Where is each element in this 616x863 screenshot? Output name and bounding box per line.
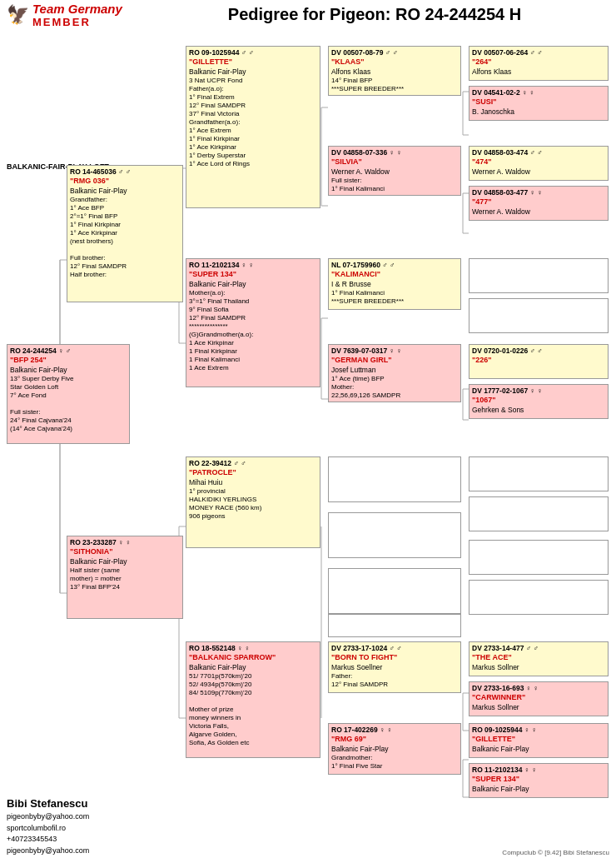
- ffm-card: DV 04858-07-336 ♀ "SILVIA" Werner A. Wal…: [328, 146, 461, 196]
- mmmm-card: RO 11-2102134 ♀ "SUPER 134" Balkanic Fai…: [469, 763, 609, 798]
- fmf-card: NL 07-1759960 ♂ "KALIMANCI" I & R Brusse…: [328, 258, 461, 310]
- ff-card: RO 09-1025944 ♂ "GILLETTE" Balkanic Fair…: [186, 46, 320, 208]
- fffm-card: DV 04541-02-2 ♀ "SUSI" B. Janoschka: [469, 86, 609, 121]
- mff-card: DV 2733-17-1024 ♂ "BORN TO FIGHT" Markus…: [328, 641, 461, 693]
- mfmf-card: [469, 540, 609, 575]
- fmmm-card: DV 1777-02-1067 ♀ "1067" Gehrken & Sons: [469, 384, 609, 419]
- ffmf-card: DV 04858-03-474 ♂ "474" Werner A. Waldow: [469, 146, 609, 181]
- mmfm-card: DV 2733-16-693 ♀ "CARWINNER" Markus Soll…: [469, 681, 609, 716]
- mm-empty1: [328, 568, 461, 614]
- fmmf-card: DV 0720-01-0226 ♂ "226": [469, 344, 609, 379]
- fmfm-card: [469, 298, 609, 333]
- ffff-card: DV 00507-06-264 ♂ "264" Alfons Klaas: [469, 46, 609, 81]
- compuclub-credit: Compuclub © [9.42] Bibi Stefanescu: [502, 849, 609, 856]
- mff-empty1: [328, 456, 461, 502]
- mfm-card: RO 17-402269 ♀ "RMG 69" Balkanic Fair-Pl…: [328, 723, 461, 775]
- father-card: RO 14-465036 ♂ "RMG 036" Balkanic Fair-P…: [67, 165, 183, 302]
- fff-card: DV 00507-08-79 ♂ "KLAAS" Alfons Klaas 14…: [328, 46, 461, 96]
- mfmm-card: [469, 580, 609, 615]
- fmff-card: [469, 258, 609, 293]
- mffm-card: [469, 496, 609, 531]
- mfff-card: [469, 456, 609, 491]
- mmmf-card: RO 09-1025944 ♀ "GILLETTE" Balkanic Fair…: [469, 723, 609, 758]
- mmff-card: DV 2733-14-477 ♂ "THE ACE" Markus Sollne…: [469, 641, 609, 676]
- ffmm-card: DV 04858-03-477 ♀ "477" Werner A. Waldow: [469, 186, 609, 221]
- team-logo: 🦅 Team Germany MEMBER: [7, 2, 140, 28]
- footer-contact: Bibi Stefanescu pigeonbyby@yahoo.com spo…: [7, 796, 89, 857]
- fmm-card: DV 7639-07-0317 ♀ "GERMAN GIRL" Josef Lu…: [328, 344, 461, 402]
- member-badge: MEMBER: [32, 16, 122, 28]
- mf-card: RO 22-39412 ♂ "PATROCLE" Mihai Huiu 1° p…: [186, 456, 320, 548]
- mff-empty2: [328, 512, 461, 558]
- mm-empty2: [328, 614, 461, 637]
- mm-card: RO 18-552148 ♀ "BALKANIC SPARROW" Balkan…: [186, 641, 320, 758]
- eagle-icon: 🦅: [7, 4, 29, 26]
- team-name: Team Germany: [32, 2, 122, 16]
- main-pigeon-card: RO 24-244254 ♀ "BFP 254" Balkanic Fair-P…: [7, 344, 130, 444]
- mother-card: RO 23-233287 ♀ "SITHONIA" Balkanic Fair-…: [67, 536, 183, 619]
- fm-card: RO 11-2102134 ♀ "SUPER 134" Balkanic Fai…: [186, 258, 320, 387]
